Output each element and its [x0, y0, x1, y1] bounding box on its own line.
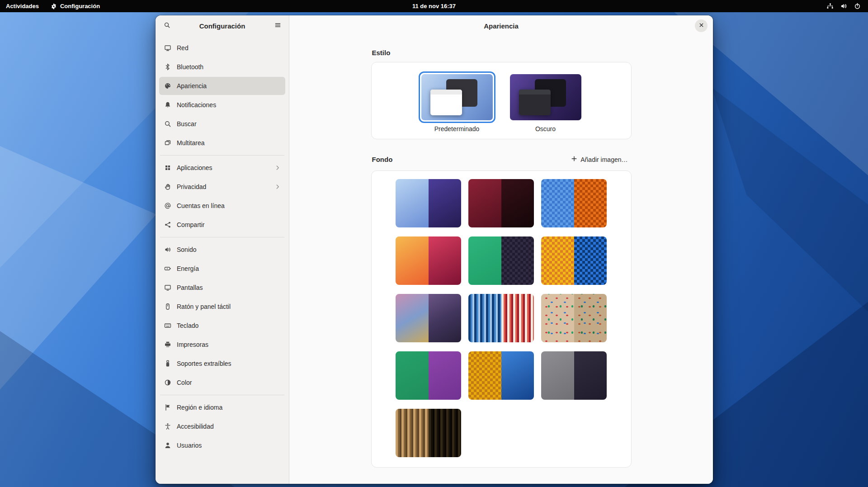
system-tray[interactable]	[820, 0, 868, 12]
sidebar-item-keyboard[interactable]: Teclado	[159, 317, 285, 335]
sidebar-item-label: Multitarea	[177, 139, 281, 147]
activities-button[interactable]: Actividades	[0, 0, 45, 12]
sidebar-item-label: Sonido	[177, 246, 281, 253]
sidebar-item-label: Buscar	[177, 120, 281, 128]
sidebar-divider	[160, 237, 284, 237]
style-option-dark[interactable]: Oscuro	[507, 71, 584, 132]
sidebar: Configuración RedBluetoothAparienciaNoti…	[156, 15, 289, 484]
sidebar-item-label: Compartir	[177, 221, 281, 228]
wallpaper-scales[interactable]	[396, 294, 461, 342]
primary-menu-button[interactable]	[270, 19, 285, 33]
sidebar-item-printers[interactable]: Impresoras	[159, 336, 285, 354]
add-image-label: Añadir imagen…	[580, 156, 627, 163]
sidebar-item-removable-media[interactable]: Soportes extraíbles	[159, 355, 285, 373]
wallpaper-warm-gradient[interactable]	[396, 236, 461, 285]
wallpaper-light-half	[396, 179, 429, 227]
search-icon	[164, 22, 170, 30]
sidebar-item-label: Color	[177, 379, 281, 386]
wallpaper-dark-half	[429, 294, 462, 342]
plus-icon	[571, 156, 577, 163]
displays-icon	[164, 284, 172, 291]
sidebar-item-label: Ratón y panel táctil	[177, 303, 281, 310]
wallpaper-light-half	[468, 179, 501, 227]
wallpaper-dark-half	[429, 236, 462, 285]
background-section: Fondo Añadir imagen…	[371, 153, 632, 468]
content-body: Estilo PredeterminadoOscuro Fondo Añadir…	[289, 36, 713, 484]
search-button[interactable]	[159, 19, 175, 33]
wallpaper-split-green-purple[interactable]	[396, 351, 461, 400]
wallpaper-dark-half	[429, 409, 462, 457]
wallpaper-fabric-green[interactable]	[468, 236, 534, 285]
wallpaper-stripes[interactable]	[468, 294, 534, 342]
mouse-icon	[164, 303, 172, 310]
sidebar-divider	[160, 155, 284, 156]
sidebar-item-sound[interactable]: Sonido	[159, 241, 285, 259]
wallpaper-light-half	[396, 409, 429, 457]
sidebar-item-label: Pantallas	[177, 284, 281, 291]
notifications-icon	[164, 101, 172, 109]
wallpaper-mosaic[interactable]	[541, 236, 607, 285]
preview-front-window	[430, 90, 462, 115]
sidebar-item-mouse[interactable]: Ratón y panel táctil	[159, 298, 285, 316]
sidebar-item-appearance[interactable]: Apariencia	[159, 77, 285, 95]
clock-label: 11 de nov 16:37	[412, 3, 456, 9]
sidebar-item-search[interactable]: Buscar	[159, 115, 285, 133]
sidebar-item-network[interactable]: Red	[159, 39, 285, 57]
sidebar-item-privacy[interactable]: Privacidad	[159, 178, 285, 196]
sidebar-item-apps[interactable]: Aplicaciones	[159, 159, 285, 177]
wallpaper-dark-half	[574, 294, 607, 342]
sidebar-item-users[interactable]: Usuarios	[159, 436, 285, 454]
wallpaper-light-half	[468, 351, 501, 400]
sidebar-title: Configuración	[177, 22, 267, 30]
sidebar-item-accessibility[interactable]: Accesibilidad	[159, 417, 285, 435]
sidebar-item-energy[interactable]: Energía	[159, 260, 285, 278]
volume-icon[interactable]	[840, 3, 847, 9]
sidebar-item-color[interactable]: Color	[159, 374, 285, 392]
focused-app-button[interactable]: Configuración	[45, 0, 106, 12]
appearance-panel: Apariencia Estilo PredeterminadoOscuro F…	[289, 15, 713, 484]
sidebar-item-online-accounts[interactable]: Cuentas en línea	[159, 197, 285, 215]
sidebar-divider	[160, 395, 284, 395]
online-accounts-icon	[164, 202, 172, 209]
focused-app-label: Configuración	[60, 3, 100, 9]
style-option-light[interactable]: Predeterminado	[419, 71, 495, 132]
power-icon[interactable]	[854, 3, 861, 9]
sidebar-item-sharing[interactable]: Compartir	[159, 216, 285, 234]
sound-icon	[164, 246, 172, 253]
accessibility-icon	[164, 423, 172, 430]
wallpaper-light-half	[541, 236, 574, 285]
sidebar-item-displays[interactable]: Pantallas	[159, 279, 285, 297]
gear-icon	[51, 3, 57, 9]
style-preview-light	[421, 74, 493, 120]
clock-button[interactable]: 11 de nov 16:37	[406, 0, 462, 12]
sidebar-item-multitasking[interactable]: Multitarea	[159, 134, 285, 152]
wallpaper-honeycomb-circuit[interactable]	[468, 351, 534, 400]
background-card	[371, 170, 632, 468]
sidebar-item-label: Aplicaciones	[177, 164, 269, 171]
sidebar-item-label: Teclado	[177, 322, 281, 329]
content-header: Apariencia	[289, 15, 713, 36]
wallpaper-neutral-split[interactable]	[541, 351, 607, 400]
keyboard-icon	[164, 322, 172, 329]
sidebar-item-region[interactable]: Región e idioma	[159, 398, 285, 416]
sidebar-item-bluetooth[interactable]: Bluetooth	[159, 58, 285, 76]
add-image-button[interactable]: Añadir imagen…	[567, 153, 631, 166]
style-card: PredeterminadoOscuro	[371, 62, 632, 139]
wallpaper-dark-fold[interactable]	[468, 179, 534, 227]
color-icon	[164, 379, 172, 386]
page-title: Apariencia	[484, 22, 519, 30]
sidebar-header: Configuración	[156, 15, 289, 36]
wallpaper-wood-bars[interactable]	[396, 409, 461, 457]
sidebar-item-label: Privacidad	[177, 183, 269, 190]
apps-icon	[164, 164, 172, 171]
activities-label: Actividades	[6, 3, 39, 9]
wallpaper-pixels[interactable]	[396, 179, 461, 227]
sidebar-item-notifications[interactable]: Notificaciones	[159, 96, 285, 114]
wallpaper-light-half	[396, 236, 429, 285]
wallpaper-terrazzo[interactable]	[541, 294, 607, 342]
settings-window: Configuración RedBluetoothAparienciaNoti…	[156, 15, 713, 484]
wallpaper-truchet[interactable]	[541, 179, 607, 227]
network-icon[interactable]	[827, 3, 834, 9]
close-button[interactable]	[695, 19, 708, 32]
printers-icon	[164, 341, 172, 348]
